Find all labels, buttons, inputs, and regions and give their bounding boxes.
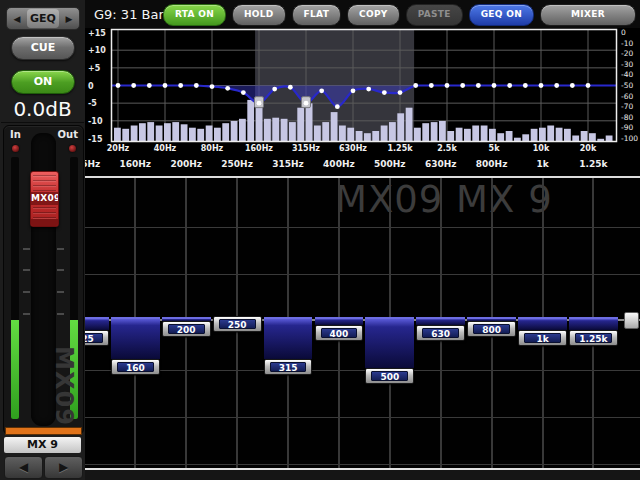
band-cap-label-250: 250 bbox=[219, 319, 256, 329]
rta-on-button[interactable]: RTA ON bbox=[163, 4, 226, 26]
band-cap-label-200: 200 bbox=[168, 324, 205, 334]
right-axis-tick: -60 bbox=[621, 92, 633, 101]
band-cap-125[interactable]: 125 bbox=[85, 330, 109, 346]
band-fader-315[interactable] bbox=[264, 317, 313, 359]
selector-label[interactable]: GEQ bbox=[27, 9, 59, 28]
eq-band-dot-250[interactable] bbox=[288, 85, 293, 90]
in-peak-led bbox=[12, 145, 19, 152]
band-cap-250[interactable]: 250 bbox=[213, 316, 262, 332]
rta-bar bbox=[289, 122, 296, 141]
eq-band-dot-25[interactable] bbox=[131, 83, 136, 88]
band-cap-315[interactable]: 315 bbox=[264, 359, 313, 375]
eq-band-dot-2.5k[interactable] bbox=[445, 83, 450, 88]
band-cap-800[interactable]: 800 bbox=[467, 321, 516, 337]
band-cap-630[interactable]: 630 bbox=[416, 325, 465, 341]
eq-band-dot-20k[interactable] bbox=[586, 83, 591, 88]
fader-tick bbox=[23, 313, 30, 315]
eq-band-dot-63[interactable] bbox=[194, 83, 199, 88]
eq-band-dot-12.5k[interactable] bbox=[554, 83, 559, 88]
rta-bar bbox=[306, 103, 313, 141]
eq-band-dot-2k[interactable] bbox=[429, 83, 434, 88]
x-axis-tick: 630Hz bbox=[339, 144, 367, 153]
band-cap-1k[interactable]: 1k bbox=[518, 330, 567, 346]
eq-band-dot-20[interactable] bbox=[116, 83, 121, 88]
band-cap-160[interactable]: 160 bbox=[111, 359, 160, 375]
eq-band-dot-160[interactable] bbox=[257, 101, 262, 106]
eq-band-dot-1k[interactable] bbox=[382, 90, 387, 95]
eq-band-dot-80[interactable] bbox=[210, 84, 215, 89]
next-channel-button[interactable]: ▶ bbox=[44, 456, 83, 479]
band-cap-400[interactable]: 400 bbox=[315, 325, 364, 341]
cue-button[interactable]: CUE bbox=[11, 36, 75, 60]
rta-bar bbox=[247, 100, 254, 141]
eq-band-dot-5k[interactable] bbox=[492, 83, 497, 88]
knob-ridges bbox=[33, 175, 56, 191]
zero-gain-handle[interactable] bbox=[624, 312, 639, 329]
x-axis-tick: 80Hz bbox=[201, 144, 224, 153]
eq-band-dot-4k[interactable] bbox=[476, 83, 481, 88]
selector-left-arrow-icon[interactable]: ◀ bbox=[7, 8, 27, 29]
eq-band-dot-500[interactable] bbox=[335, 104, 340, 109]
geq-curve-graph[interactable]: +15+10+50-5-10-150-10-20-30-40-50-60-70-… bbox=[85, 28, 640, 155]
band-cap-200[interactable]: 200 bbox=[162, 321, 211, 337]
sidebar-divider bbox=[1, 122, 84, 123]
geq-on-button[interactable]: GEQ ON bbox=[469, 4, 534, 26]
band-cap-1.25k[interactable]: 1.25k bbox=[569, 330, 618, 346]
fader-tick bbox=[57, 269, 64, 271]
eq-band-dot-400[interactable] bbox=[319, 88, 324, 93]
eq-band-dot-8k[interactable] bbox=[523, 83, 528, 88]
rta-bar bbox=[589, 133, 596, 141]
right-axis-tick: -100 bbox=[621, 134, 638, 143]
eq-band-dot-3.15k[interactable] bbox=[460, 83, 465, 88]
eq-band-dot-125[interactable] bbox=[241, 90, 246, 95]
eq-band-dot-1.25k[interactable] bbox=[398, 90, 403, 95]
rta-bar bbox=[239, 119, 246, 141]
eq-band-dot-1.6k[interactable] bbox=[413, 83, 418, 88]
band-fader-400[interactable] bbox=[315, 317, 364, 325]
band-fader-630[interactable] bbox=[416, 317, 465, 325]
rta-bar bbox=[472, 126, 479, 142]
rta-bar bbox=[214, 128, 221, 141]
flat-button[interactable]: FLAT bbox=[292, 4, 342, 26]
eq-band-dot-31.5[interactable] bbox=[147, 83, 152, 88]
band-fader-1k[interactable] bbox=[518, 317, 567, 330]
rta-bar bbox=[381, 126, 388, 142]
on-button[interactable]: ON bbox=[11, 70, 75, 94]
bottom-strip bbox=[85, 470, 640, 480]
eq-band-dot-315[interactable] bbox=[304, 101, 309, 106]
rta-bar bbox=[172, 122, 179, 141]
band-fader-500[interactable] bbox=[365, 317, 414, 368]
rta-bar bbox=[139, 123, 146, 141]
fader-tick bbox=[23, 269, 30, 271]
copy-button[interactable]: COPY bbox=[347, 4, 400, 26]
eq-band-dot-50[interactable] bbox=[178, 83, 183, 88]
band-fader-section[interactable]: MX09 MX 9 1251602002503154005006308001k1… bbox=[85, 178, 640, 470]
band-fader-160[interactable] bbox=[111, 317, 160, 359]
right-axis-tick: -40 bbox=[621, 70, 633, 79]
eq-band-dot-10k[interactable] bbox=[539, 83, 544, 88]
band-grid-hline bbox=[85, 417, 640, 418]
prev-channel-button[interactable]: ◀ bbox=[4, 456, 43, 479]
eq-band-dot-200[interactable] bbox=[272, 87, 277, 92]
eq-band-dot-100[interactable] bbox=[225, 86, 230, 91]
band-fader-800[interactable] bbox=[467, 317, 516, 321]
band-cap-500[interactable]: 500 bbox=[365, 368, 414, 384]
rta-bar bbox=[397, 113, 404, 141]
mixer-button[interactable]: MIXER bbox=[540, 4, 636, 26]
eq-band-dot-800[interactable] bbox=[366, 87, 371, 92]
rta-bar bbox=[256, 106, 263, 142]
band-fader-125[interactable] bbox=[85, 317, 109, 330]
channel-fader-knob[interactable]: MX09 bbox=[30, 171, 59, 227]
hold-button[interactable]: HOLD bbox=[232, 4, 286, 26]
band-fader-200[interactable] bbox=[162, 317, 211, 321]
band-fader-1.25k[interactable] bbox=[569, 317, 618, 330]
eq-band-dot-630[interactable] bbox=[351, 88, 356, 93]
left-axis-tick: +10 bbox=[88, 46, 106, 55]
selector-right-arrow-icon[interactable]: ▶ bbox=[59, 8, 79, 29]
geq-selector[interactable]: ◀ GEQ ▶ bbox=[6, 7, 80, 30]
eq-band-dot-40[interactable] bbox=[163, 83, 168, 88]
eq-band-dot-16k[interactable] bbox=[570, 83, 575, 88]
rta-bar bbox=[506, 131, 513, 141]
input-level-meter bbox=[11, 157, 19, 419]
eq-band-dot-6.3k[interactable] bbox=[507, 83, 512, 88]
